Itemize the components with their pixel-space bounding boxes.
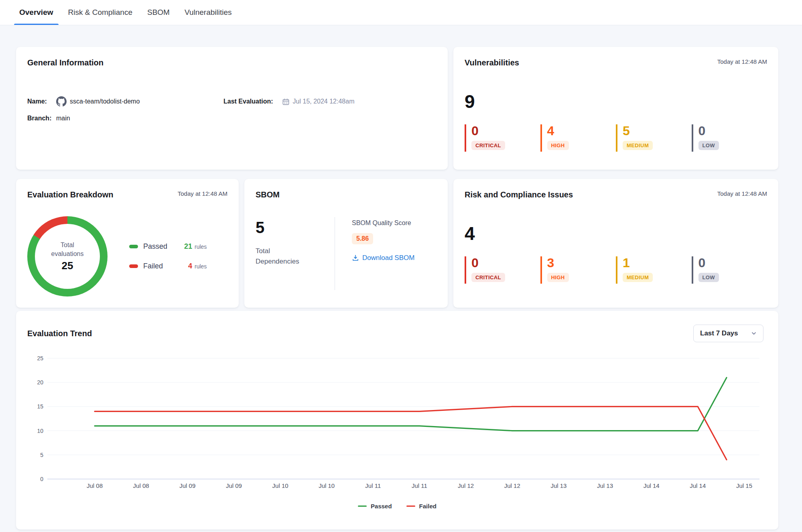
- passed-rules-unit: rules: [195, 244, 207, 250]
- branch-row: Branch: main: [27, 115, 223, 122]
- risk-severity-high: 3 HIGH: [540, 256, 616, 284]
- tab-risk-compliance[interactable]: Risk & Compliance: [68, 0, 133, 25]
- risk-critical-count: 0: [471, 256, 540, 269]
- tab-overview-label: Overview: [19, 8, 53, 17]
- vuln-medium-badge: MEDIUM: [623, 141, 653, 150]
- dashboard-content: General Information Name: ssca-team/todo…: [0, 25, 802, 530]
- risk-medium-count: 1: [623, 256, 692, 269]
- risk-compliance-card: Risk and Compliance Issues Today at 12:4…: [453, 179, 778, 308]
- vuln-critical-count: 0: [471, 124, 540, 137]
- x-tick-label: Jul 13: [550, 482, 566, 489]
- vulnerabilities-total: 9: [465, 92, 767, 111]
- passed-rules-count: 21: [182, 242, 192, 251]
- passed-line: [95, 378, 727, 430]
- tab-vulnerabilities-label: Vulnerabilities: [185, 8, 232, 17]
- x-tick-label: Jul 09: [226, 482, 242, 489]
- evaluation-breakdown-timestamp: Today at 12:48 AM: [178, 190, 227, 197]
- trend-passed-label: Passed: [371, 503, 392, 510]
- download-sbom-link[interactable]: Download SBOM: [352, 254, 414, 262]
- y-tick-label: 5: [40, 452, 43, 458]
- risk-low-count: 0: [698, 256, 767, 269]
- repo-name-value: ssca-team/todolist-demo: [70, 98, 140, 105]
- vuln-severity-high: 4 HIGH: [540, 124, 616, 152]
- y-tick-label: 10: [37, 428, 43, 434]
- vuln-severity-critical: 0 CRITICAL: [465, 124, 540, 152]
- tab-sbom[interactable]: SBOM: [147, 0, 170, 25]
- x-tick-label: Jul 15: [736, 482, 752, 489]
- active-tab-underline: [14, 24, 59, 25]
- donut-center: Total evaluations 25: [35, 224, 100, 289]
- download-icon: [352, 254, 359, 262]
- failed-rules-unit: rules: [195, 263, 207, 270]
- total-dependencies-count: 5: [256, 219, 335, 236]
- y-tick-label: 25: [37, 355, 43, 361]
- vuln-high-badge: HIGH: [547, 141, 569, 150]
- chevron-down-icon: [751, 331, 757, 336]
- calendar-icon: [282, 98, 290, 106]
- sbom-quality-score-label: SBOM Quality Score: [352, 219, 414, 227]
- donut-center-label: Total evaluations: [45, 241, 89, 258]
- name-label: Name:: [27, 98, 56, 105]
- y-tick-label: 20: [37, 379, 43, 386]
- failed-line-swatch: [406, 506, 415, 507]
- date-range-value: Last 7 Days: [700, 329, 738, 337]
- vuln-high-count: 4: [547, 124, 616, 137]
- vulnerabilities-title: Vulnerabilities: [465, 58, 519, 67]
- vuln-critical-badge: CRITICAL: [471, 141, 505, 150]
- sbom-card: SBOM 5 Total Dependencies SBOM Quality S…: [244, 179, 448, 308]
- top-tab-bar: Overview Risk & Compliance SBOM Vulnerab…: [0, 0, 802, 25]
- download-sbom-label: Download SBOM: [362, 254, 414, 262]
- last-evaluation-value: Jul 15, 2024 12:48am: [293, 98, 355, 105]
- failed-rules-count: 4: [182, 262, 192, 270]
- sbom-quality-score-value: 5.86: [352, 233, 373, 244]
- evaluation-trend-card: Evaluation Trend Last 7 Days 2520151050J…: [16, 311, 778, 530]
- x-tick-label: Jul 10: [319, 482, 335, 489]
- date-range-dropdown[interactable]: Last 7 Days: [693, 325, 763, 342]
- legend-row-failed: Failed 4 rules: [129, 262, 207, 270]
- sbom-title: SBOM: [256, 190, 437, 199]
- vuln-severity-low: 0 LOW: [692, 124, 767, 152]
- x-tick-label: Jul 08: [133, 482, 149, 489]
- risk-severity-medium: 1 MEDIUM: [616, 256, 692, 284]
- x-tick-label: Jul 08: [87, 482, 103, 489]
- risk-severity-row: 0 CRITICAL 3 HIGH 1 MEDIUM 0 LOW: [465, 256, 767, 284]
- tab-vulnerabilities[interactable]: Vulnerabilities: [185, 0, 232, 25]
- donut-center-value: 25: [62, 260, 73, 272]
- risk-compliance-timestamp: Today at 12:48 AM: [717, 190, 767, 197]
- trend-legend-failed: Failed: [406, 503, 437, 510]
- x-tick-label: Jul 10: [272, 482, 288, 489]
- y-tick-label: 15: [37, 403, 43, 410]
- vuln-medium-count: 5: [623, 124, 692, 137]
- x-tick-label: Jul 14: [644, 482, 660, 489]
- evaluation-trend-chart: 2520151050Jul 08Jul 08Jul 09Jul 09Jul 10…: [16, 345, 778, 502]
- trend-legend-passed: Passed: [358, 503, 392, 510]
- last-evaluation-label: Last Evaluation:: [223, 98, 273, 105]
- failed-legend-label: Failed: [143, 262, 182, 270]
- x-tick-label: Jul 12: [504, 482, 520, 489]
- total-dependencies-label: Total Dependencies: [256, 246, 308, 266]
- x-tick-label: Jul 09: [179, 482, 195, 489]
- risk-high-count: 3: [547, 256, 616, 269]
- x-tick-label: Jul 14: [690, 482, 706, 489]
- vuln-low-count: 0: [698, 124, 767, 137]
- failed-line: [95, 406, 727, 459]
- vuln-severity-medium: 5 MEDIUM: [616, 124, 692, 152]
- trend-failed-label: Failed: [419, 503, 437, 510]
- last-evaluation-row: Last Evaluation: Jul 15, 2024 12:48am: [223, 96, 437, 107]
- github-icon: [56, 96, 67, 107]
- branch-value: main: [56, 115, 70, 122]
- x-tick-label: Jul 13: [597, 482, 613, 489]
- repo-name-row: Name: ssca-team/todolist-demo: [27, 96, 223, 107]
- tab-overview[interactable]: Overview: [19, 0, 53, 25]
- legend-row-passed: Passed 21 rules: [129, 242, 207, 251]
- x-tick-label: Jul 12: [458, 482, 474, 489]
- risk-issues-total: 4: [465, 224, 767, 243]
- x-tick-label: Jul 11: [412, 482, 427, 489]
- general-information-card: General Information Name: ssca-team/todo…: [16, 47, 448, 170]
- risk-severity-low: 0 LOW: [692, 256, 767, 284]
- passed-legend-label: Passed: [143, 242, 182, 251]
- vulnerabilities-timestamp: Today at 12:48 AM: [717, 58, 767, 65]
- risk-high-badge: HIGH: [547, 273, 569, 282]
- vulnerabilities-card: Vulnerabilities Today at 12:48 AM 9 0 CR…: [453, 47, 778, 170]
- general-information-title: General Information: [27, 58, 437, 67]
